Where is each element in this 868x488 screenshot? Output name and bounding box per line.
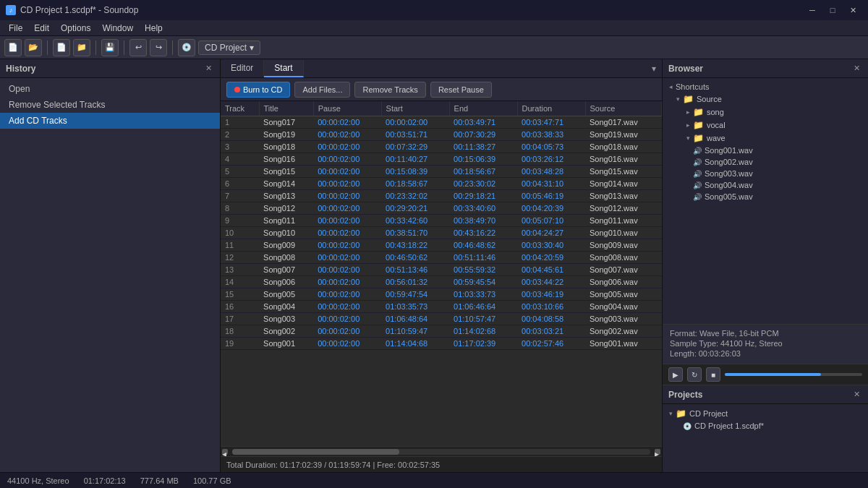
table-header-row: TrackTitlePauseStartEndDurationSource: [221, 101, 662, 116]
scroll-left-btn[interactable]: ◂: [222, 449, 228, 455]
total-duration-text: Total Duration: 01:17:02:39 / 01:19:59:7…: [226, 461, 440, 469]
toolbar-separator-3: [124, 40, 124, 55]
scroll-track[interactable]: [232, 449, 650, 455]
browser-tree-item[interactable]: ▸📁song: [663, 106, 868, 119]
browser-tree-item[interactable]: 🔊Song005.wav: [663, 191, 868, 202]
browser-panel: Browser ✕ ◂Shortcuts▾📁Source▸📁song▸📁voca…: [663, 59, 868, 385]
table-row[interactable]: 15Song00500:00:02:0000:59:47:5401:03:33:…: [221, 288, 662, 301]
app-title: CD Project 1.scdpf* - Soundop: [20, 5, 138, 15]
toolbar-new[interactable]: 📄: [4, 39, 22, 56]
browser-tree-item[interactable]: ◂Shortcuts: [663, 81, 868, 93]
table-scroll-bar[interactable]: ◂ ▸: [221, 446, 662, 456]
tree-arrow: ▸: [683, 121, 693, 129]
table-row[interactable]: 12Song00800:00:02:0000:46:50:6200:51:11:…: [221, 252, 662, 264]
burn-to-cd-button[interactable]: Burn to CD: [226, 82, 290, 98]
toolbar-save-new[interactable]: 📄: [53, 39, 70, 56]
sample-type-info: Sample Type: 44100 Hz, Stereo: [670, 339, 861, 348]
toolbar-redo[interactable]: ↪: [150, 39, 167, 56]
loop-button[interactable]: ↻: [687, 367, 702, 382]
tree-arrow: ◂: [665, 83, 676, 90]
table-row[interactable]: 7Song01300:00:02:0000:23:32:0200:29:18:2…: [221, 190, 662, 202]
browser-content[interactable]: ◂Shortcuts▾📁Source▸📁song▸📁vocal▾📁wave🔊So…: [663, 78, 868, 324]
file-icon: 🔊: [693, 170, 702, 178]
table-row[interactable]: 11Song00900:00:02:0000:43:18:2200:46:48:…: [221, 239, 662, 252]
browser-close[interactable]: ✕: [851, 64, 862, 73]
table-row[interactable]: 1Song01700:00:02:0000:00:02:0000:03:49:7…: [221, 116, 662, 129]
maximize-button[interactable]: □: [823, 2, 842, 18]
browser-tree-item[interactable]: 🔊Song002.wav: [663, 156, 868, 168]
table-row[interactable]: 3Song01800:00:02:0000:07:32:2900:11:38:2…: [221, 141, 662, 153]
main-layout: History ✕ OpenRemove Selected TracksAdd …: [0, 59, 868, 472]
table-row[interactable]: 9Song01100:00:02:0000:33:42:6000:38:49:7…: [221, 215, 662, 227]
menu-help[interactable]: Help: [139, 22, 169, 35]
track-table-wrapper[interactable]: TrackTitlePauseStartEndDurationSource 1S…: [221, 101, 662, 446]
menu-options[interactable]: Options: [55, 22, 96, 35]
format-info: Format: Wave File, 16-bit PCM: [670, 329, 861, 338]
menu-edit[interactable]: Edit: [28, 22, 55, 35]
table-row[interactable]: 4Song01600:00:02:0000:11:40:2700:15:06:3…: [221, 153, 662, 166]
browser-tree-item[interactable]: 🔊Song001.wav: [663, 145, 868, 156]
projects-tree-item[interactable]: ▾📁CD Project: [663, 407, 868, 420]
history-title: History: [6, 64, 35, 74]
volume-slider[interactable]: [725, 373, 862, 376]
track-table: TrackTitlePauseStartEndDurationSource 1S…: [221, 101, 662, 350]
menu-window[interactable]: Window: [96, 22, 139, 35]
browser-tree-item[interactable]: 🔊Song003.wav: [663, 168, 868, 179]
browser-tree-item[interactable]: ▸📁vocal: [663, 119, 868, 132]
table-row[interactable]: 16Song00400:00:02:0001:03:35:7301:06:46:…: [221, 301, 662, 313]
left-panel: History ✕ OpenRemove Selected TracksAdd …: [0, 59, 221, 472]
toolbar-open[interactable]: 📂: [25, 39, 42, 56]
scroll-thumb[interactable]: [232, 449, 399, 455]
tabs-bar: EditorStart ▾: [221, 59, 662, 78]
browser-tree-item[interactable]: ▾📁Source: [663, 93, 868, 106]
table-row[interactable]: 13Song00700:00:02:0000:51:13:4600:55:59:…: [221, 264, 662, 276]
table-row[interactable]: 10Song01000:00:02:0000:38:51:7000:43:16:…: [221, 227, 662, 239]
projects-close[interactable]: ✕: [851, 390, 862, 399]
projects-title: Projects: [668, 390, 702, 400]
table-row[interactable]: 19Song00100:00:02:0001:14:04:6801:17:02:…: [221, 338, 662, 350]
add-files-button[interactable]: Add Files...: [294, 82, 350, 98]
app-icon: ♪: [6, 5, 16, 15]
folder-icon: 📁: [693, 133, 704, 143]
remove-tracks-button[interactable]: Remove Tracks: [354, 82, 425, 98]
tree-label: Shortcuts: [676, 82, 709, 91]
toolbar-save-open[interactable]: 📁: [73, 39, 90, 56]
history-item[interactable]: Open: [0, 81, 220, 97]
table-row[interactable]: 17Song00300:00:02:0001:06:48:6401:10:57:…: [221, 313, 662, 325]
table-row[interactable]: 5Song01500:00:02:0000:15:08:3900:18:56:6…: [221, 166, 662, 178]
table-row[interactable]: 8Song01200:00:02:0000:29:20:2100:33:40:6…: [221, 202, 662, 215]
toolbar-project-dropdown[interactable]: CD Project ▾: [198, 40, 260, 55]
scroll-right-btn[interactable]: ▸: [655, 449, 660, 455]
tree-arrow: ▾: [665, 410, 676, 417]
table-row[interactable]: 2Song01900:00:02:0000:03:51:7100:07:30:2…: [221, 129, 662, 141]
play-button[interactable]: ▶: [668, 367, 683, 382]
projects-tree-item[interactable]: 💿CD Project 1.scdpf*: [663, 420, 868, 432]
track-tbody: 1Song01700:00:02:0000:00:02:0000:03:49:7…: [221, 116, 662, 350]
table-row[interactable]: 18Song00200:00:02:0001:10:59:4701:14:02:…: [221, 325, 662, 338]
table-row[interactable]: 14Song00600:00:02:0000:56:01:3200:59:45:…: [221, 276, 662, 288]
history-item[interactable]: Add CD Tracks: [0, 113, 220, 129]
stop-button[interactable]: ■: [706, 367, 720, 382]
tab-panel-arrow[interactable]: ▾: [646, 64, 662, 74]
minimize-button[interactable]: ─: [803, 2, 822, 18]
tab-editor[interactable]: Editor: [221, 60, 264, 77]
tree-arrow: ▾: [673, 95, 683, 103]
table-row[interactable]: 6Song01400:00:02:0000:18:58:6700:23:30:0…: [221, 178, 662, 190]
reset-pause-button[interactable]: Reset Pause: [430, 82, 492, 98]
table-header-start: Start: [381, 101, 449, 116]
history-item[interactable]: Remove Selected Tracks: [0, 97, 220, 113]
tab-start[interactable]: Start: [264, 60, 303, 77]
toolbar-undo[interactable]: ↩: [129, 39, 147, 56]
projects-header: Projects ✕: [663, 385, 868, 404]
toolbar-separator-1: [47, 40, 48, 55]
status-duration: 01:17:02:13: [84, 476, 126, 485]
projects-content[interactable]: ▾📁CD Project💿CD Project 1.scdpf*: [663, 404, 868, 472]
close-button[interactable]: ✕: [843, 2, 862, 18]
browser-info: Format: Wave File, 16-bit PCM Sample Typ…: [663, 324, 868, 364]
history-close[interactable]: ✕: [203, 64, 214, 73]
status-sample-rate: 44100 Hz, Stereo: [7, 476, 69, 485]
menu-file[interactable]: File: [3, 22, 28, 35]
browser-tree-item[interactable]: 🔊Song004.wav: [663, 179, 868, 191]
toolbar-save[interactable]: 💾: [101, 39, 119, 56]
browser-tree-item[interactable]: ▾📁wave: [663, 132, 868, 145]
